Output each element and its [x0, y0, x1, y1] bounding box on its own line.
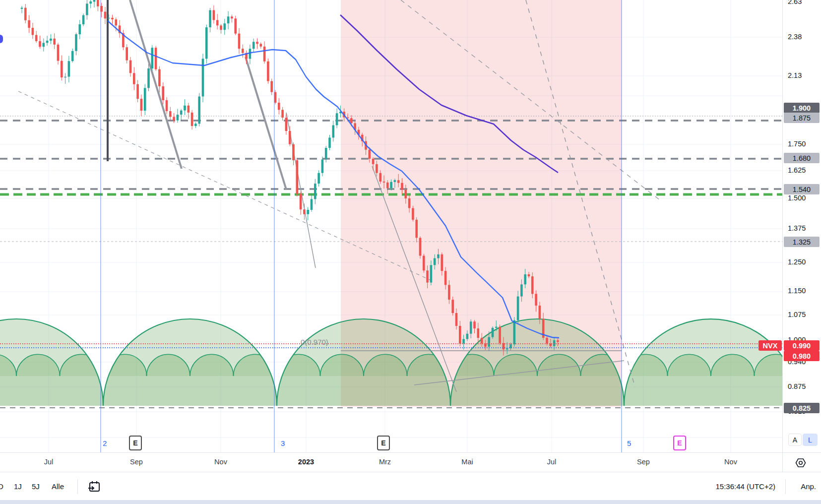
time-tick: Nov: [214, 458, 227, 466]
time-axis[interactable]: JulSepNov2023MrzMaiJulSepNov235: [0, 452, 821, 472]
fib-cycle-number: 2: [103, 439, 107, 447]
time-tick: Jul: [547, 458, 557, 466]
time-tick: Sep: [130, 458, 143, 466]
fib-cycle-number: 3: [281, 439, 285, 447]
log-scale-button[interactable]: L: [803, 434, 818, 446]
price-tick: 1.150: [788, 287, 806, 295]
adjust-button[interactable]: Anp.: [801, 472, 816, 501]
symbol-price-badge: NVX: [758, 340, 782, 351]
clock-utc-label[interactable]: 15:36:44 (UTC+2): [716, 472, 775, 501]
time-tick: Jul: [44, 458, 54, 466]
earnings-event-badge[interactable]: E: [377, 436, 390, 450]
earnings-event-badge[interactable]: E: [129, 436, 142, 450]
time-tick: Mai: [461, 458, 473, 466]
price-level-badge: 0.980: [784, 351, 820, 361]
range-button-5j[interactable]: 5J: [32, 472, 40, 501]
price-level-badge: 1.875: [784, 113, 820, 123]
toolbar-divider-2: [785, 479, 786, 494]
price-tick: 0.875: [788, 382, 806, 390]
fib-level-zero-label: 0(0.970): [301, 338, 328, 346]
cycle-band: [0, 376, 782, 406]
time-tick: Nov: [724, 458, 737, 466]
price-level-badge: 1.325: [784, 237, 820, 247]
bottom-strip: [0, 500, 821, 504]
trading-chart-app: { "symbol": {"name_label": "NVX", "last_…: [0, 0, 821, 504]
range-button-d[interactable]: D: [0, 472, 3, 501]
time-tick: Sep: [637, 458, 650, 466]
price-axis[interactable]: 2.632.382.131.7501.6251.5001.3751.2501.1…: [782, 0, 821, 452]
price-tick: 2.13: [788, 71, 802, 79]
price-tick: 1.075: [788, 311, 806, 318]
time-tick: 2023: [298, 458, 314, 466]
bottom-toolbar: 15:36:44 (UTC+2) Anp. D1J5JAlle: [0, 472, 821, 501]
price-tick: 2.38: [788, 33, 802, 41]
price-tick: 2.63: [788, 0, 802, 5]
auto-scale-button[interactable]: A: [788, 434, 802, 446]
time-tick: Mrz: [379, 458, 391, 466]
price-tick: 1.750: [788, 140, 806, 148]
earnings-event-badge[interactable]: E: [673, 436, 686, 450]
price-tick: 1.625: [788, 166, 806, 174]
go-to-date-icon[interactable]: [87, 480, 101, 493]
timezone-settings-icon[interactable]: [795, 457, 807, 469]
range-button-alle[interactable]: Alle: [52, 472, 64, 501]
price-tick: 1.500: [788, 194, 806, 202]
price-level-badge: 0.825: [784, 403, 820, 413]
trendline[interactable]: [246, 57, 286, 189]
price-level-badge: 0.990: [784, 340, 820, 351]
time-axis-separator: [782, 453, 783, 472]
price-tick: 1.375: [788, 224, 806, 232]
price-level-badge: 1.900: [784, 103, 820, 113]
price-tick: 1.250: [788, 258, 806, 266]
price-level-badge: 1.540: [784, 184, 820, 194]
range-button-1j[interactable]: 1J: [14, 472, 22, 501]
price-level-badge: 1.680: [784, 153, 820, 163]
chart-plot-area[interactable]: [0, 0, 821, 452]
fib-cycle-number: 5: [627, 439, 631, 447]
toolbar-divider: [77, 479, 78, 494]
